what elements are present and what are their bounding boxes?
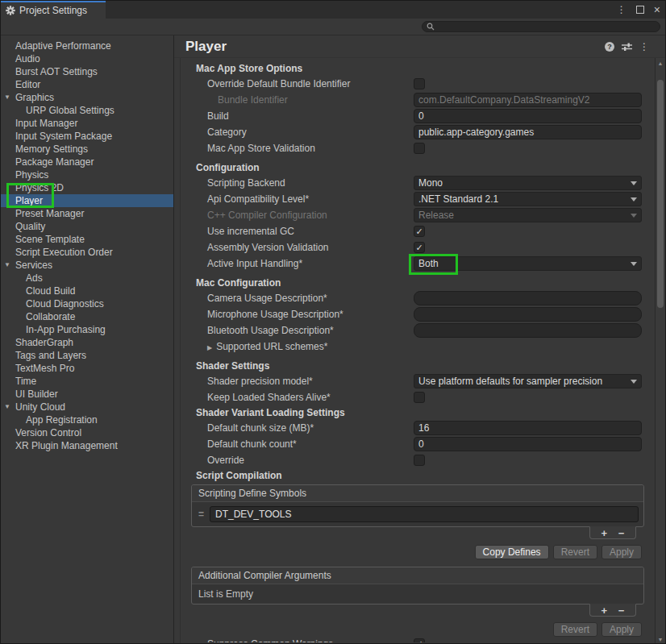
field-value — [414, 143, 642, 154]
mac-app-store-validation-checkbox[interactable] — [414, 143, 425, 154]
sidebar-item-ads[interactable]: Ads — [1, 272, 173, 285]
apply-button[interactable]: Apply — [601, 545, 642, 559]
sidebar-item-script-execution-order[interactable]: Script Execution Order — [1, 246, 173, 259]
sidebar-item-unity-cloud[interactable]: ▼Unity Cloud — [1, 401, 173, 413]
close-icon[interactable]: × — [654, 4, 660, 15]
help-icon[interactable]: ? — [605, 42, 614, 52]
tab-project-settings[interactable]: Project Settings — [1, 1, 106, 19]
scrollbar-thumb[interactable] — [657, 80, 664, 308]
search-input[interactable] — [422, 21, 660, 32]
api-compatibility-level-dropdown[interactable]: .NET Standard 2.1 — [414, 192, 642, 206]
vertical-scrollbar[interactable]: ▲ ▼ — [655, 58, 665, 644]
settings-row-microphone-usage-description: Microphone Usage Description* — [196, 306, 642, 322]
sidebar-item-graphics[interactable]: ▼Graphics — [1, 91, 173, 104]
scroll-up-icon[interactable]: ▲ — [656, 60, 665, 66]
assembly-version-validation-checkbox[interactable]: ✓ — [414, 242, 425, 253]
sidebar-item-physics-2d[interactable]: Physics 2D — [1, 181, 173, 194]
revert-button[interactable]: Revert — [553, 545, 597, 559]
sidebar-item-label: XR Plugin Management — [15, 440, 118, 451]
scroll-down-icon[interactable]: ▼ — [656, 637, 665, 642]
sidebar-item-editor[interactable]: Editor — [1, 78, 173, 91]
copy-defines-button[interactable]: Copy Defines — [475, 545, 549, 559]
field-label: Bluetooth Usage Description* — [196, 325, 414, 336]
field-label: Default chunk size (MB)* — [196, 422, 414, 434]
sidebar-item-cloud-build[interactable]: Cloud Build — [1, 285, 173, 297]
use-incremental-gc-checkbox[interactable]: ✓ — [414, 226, 425, 237]
sidebar-item-app-registration[interactable]: App Registration — [1, 413, 173, 426]
sidebar-item-services[interactable]: ▼Services — [1, 259, 173, 272]
remove-item-button[interactable]: − — [618, 605, 625, 616]
field-value: ✓ — [414, 242, 642, 253]
active-input-handling-dropdown[interactable]: Both — [414, 256, 642, 271]
field-value: com.DefaultCompany.DataStreamingV2 — [414, 93, 642, 107]
sidebar-item-memory-settings[interactable]: Memory Settings — [1, 143, 173, 156]
panel-menu-icon[interactable]: ⋮ — [639, 41, 649, 52]
chevron-down-icon — [631, 197, 637, 202]
microphone-usage-description-field[interactable] — [414, 307, 642, 322]
sidebar-item-cloud-diagnostics[interactable]: Cloud Diagnostics — [1, 297, 173, 310]
override-default-bundle-identifier-checkbox[interactable] — [414, 78, 425, 89]
checkmark-icon: ✓ — [415, 227, 422, 236]
sidebar-item-xr-plugin-management[interactable]: XR Plugin Management — [1, 439, 173, 452]
keep-loaded-shaders-alive-checkbox[interactable] — [414, 392, 425, 403]
sidebar-item-tags-and-layers[interactable]: Tags and Layers — [1, 349, 173, 362]
sidebar-item-textmesh-pro[interactable]: TextMesh Pro — [1, 362, 173, 375]
camera-usage-description-field[interactable] — [414, 291, 642, 305]
remove-item-button[interactable]: − — [618, 528, 625, 538]
default-chunk-size-mb-field[interactable]: 16 — [414, 421, 642, 435]
field-value: ✓ — [414, 226, 642, 237]
field-value — [414, 392, 642, 403]
maximize-icon[interactable] — [636, 6, 644, 14]
foldout-closed-icon[interactable]: ▶ — [207, 344, 212, 351]
settings-row-use-incremental-gc: Use incremental GC✓ — [196, 223, 642, 239]
sidebar-item-label: Ads — [26, 272, 43, 284]
shader-precision-model-dropdown[interactable]: Use platform defaults for sampler precis… — [414, 374, 642, 388]
sidebar-item-shadergraph[interactable]: ShaderGraph — [1, 336, 173, 349]
revert-button[interactable]: Revert — [553, 622, 597, 637]
sidebar-item-quality[interactable]: Quality — [1, 220, 173, 233]
sidebar-item-adaptive-performance[interactable]: Adaptive Performance — [1, 39, 173, 52]
sidebar-item-label: UI Builder — [15, 388, 58, 400]
sidebar-item-time[interactable]: Time — [1, 375, 173, 388]
sidebar-item-version-control[interactable]: Version Control — [1, 426, 173, 439]
window-menu-icon[interactable]: ⋮ — [617, 5, 626, 15]
search-icon — [427, 23, 435, 31]
sidebar-item-audio[interactable]: Audio — [1, 52, 173, 65]
foldout-open-icon[interactable]: ▼ — [4, 91, 10, 104]
add-item-button[interactable]: + — [601, 528, 608, 538]
preset-icon[interactable] — [622, 42, 632, 52]
titlebar: Project Settings ⋮ × — [1, 1, 665, 19]
sidebar-item-label: Services — [15, 260, 52, 271]
sidebar-item-input-system-package[interactable]: Input System Package — [1, 130, 173, 143]
drag-handle-icon[interactable]: = — [198, 509, 204, 520]
apply-button[interactable]: Apply — [601, 622, 642, 637]
add-item-button[interactable]: + — [601, 605, 608, 616]
sidebar-item-scene-template[interactable]: Scene Template — [1, 233, 173, 246]
define-symbol-field[interactable]: DT_DEV_TOOLS — [210, 506, 639, 522]
sidebar-item-in-app-purchasing[interactable]: In-App Purchasing — [1, 323, 173, 336]
field-value: Release — [414, 208, 642, 222]
scripting-backend-dropdown[interactable]: Mono — [414, 176, 642, 190]
sidebar-item-physics[interactable]: Physics — [1, 168, 173, 181]
sidebar-item-ui-builder[interactable]: UI Builder — [1, 388, 173, 401]
sidebar-item-player-annotated[interactable]: Player — [1, 194, 173, 207]
override-checkbox[interactable] — [414, 455, 425, 466]
sidebar-item-burst-aot-settings[interactable]: Burst AOT Settings — [1, 65, 173, 78]
settings-row-keep-loaded-shaders-alive: Keep Loaded Shaders Alive* — [196, 389, 642, 405]
suppress-common-warnings-checkbox[interactable]: ✓ — [414, 638, 425, 642]
bluetooth-usage-description-field[interactable] — [414, 323, 642, 338]
sidebar-item-input-manager[interactable]: Input Manager — [1, 117, 173, 130]
field-label: Api Compatibility Level* — [196, 193, 414, 205]
foldout-open-icon[interactable]: ▼ — [4, 259, 10, 272]
default-chunk-count-field[interactable]: 0 — [414, 437, 642, 451]
category-field[interactable]: public.app-category.games — [414, 125, 642, 139]
build-field[interactable]: 0 — [414, 109, 642, 123]
sidebar-item-urp-global-settings[interactable]: URP Global Settings — [1, 104, 173, 117]
sidebar-item-package-manager[interactable]: Package Manager — [1, 156, 173, 168]
sidebar-item-preset-manager[interactable]: Preset Manager — [1, 207, 173, 220]
sidebar-item-collaborate[interactable]: Collaborate — [1, 310, 173, 323]
field-label: Suppress Common Warnings — [196, 638, 414, 642]
field-value: Mono — [414, 176, 642, 190]
sidebar-item-label: Audio — [15, 53, 40, 64]
foldout-open-icon[interactable]: ▼ — [4, 401, 10, 413]
